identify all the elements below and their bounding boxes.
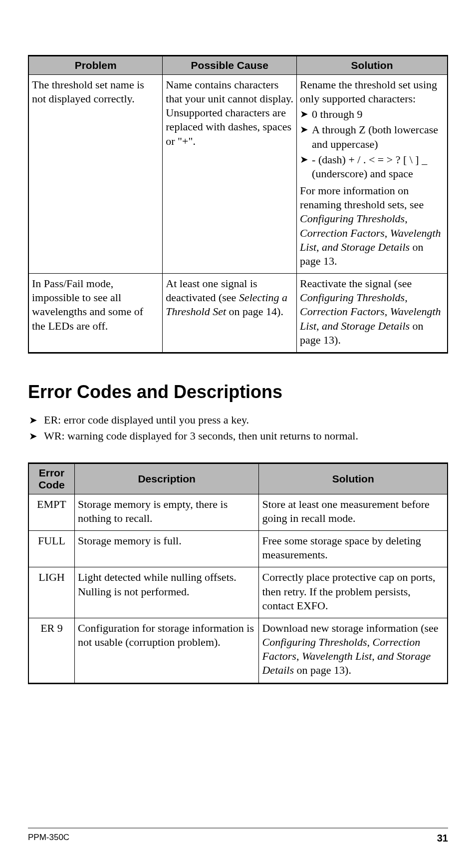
header-description: Description (74, 463, 259, 494)
troubleshooting-table: Problem Possible Cause Solution The thre… (28, 55, 448, 354)
cell-desc: Configuration for storage information is… (74, 618, 259, 683)
bullet-text: 0 through 9 (312, 107, 444, 121)
page-footer: PPM-350C 31 (28, 828, 448, 844)
arrow-icon: ➤ (29, 430, 44, 442)
table-row: LIGH Light detected while nulling offset… (28, 567, 448, 618)
solution-intro: Rename the threshold set using only supp… (300, 78, 444, 106)
cell-code: LIGH (28, 567, 74, 618)
table-row: The threshold set name is not displayed … (28, 75, 448, 274)
bullet-text: - (dash) + / . < = > ? [ \ ] _ (undersco… (312, 153, 444, 181)
arrow-icon: ➤ (300, 153, 312, 166)
cause-post: on page 14). (226, 305, 283, 318)
solution-pre: Reactivate the signal (see (300, 277, 412, 290)
section-title: Error Codes and Descriptions (28, 382, 448, 403)
cell-solution: Store at least one measurement before go… (259, 494, 448, 530)
bullet-item: ➤ ER: error code displayed until you pre… (29, 414, 448, 427)
header-solution: Solution (297, 56, 448, 75)
table-row: In Pass/Fail mode, impossible to see all… (28, 274, 448, 353)
bullet-item: ➤ 0 through 9 (300, 107, 444, 121)
footer-product: PPM-350C (28, 833, 69, 844)
cell-cause: At least one signal is deactivated (see … (163, 274, 297, 353)
cell-problem: In Pass/Fail mode, impossible to see all… (28, 274, 163, 353)
header-error-code: Error Code (28, 463, 74, 494)
bullet-text: ER: error code displayed until you press… (44, 414, 448, 427)
bullet-text: WR: warning code displayed for 3 seconds… (44, 430, 448, 442)
cell-code: FULL (28, 531, 74, 567)
cell-cause: Name contains characters that your unit … (163, 75, 297, 274)
error-codes-table: Error Code Description Solution EMPT Sto… (28, 462, 448, 684)
solution-post: on page 13). (294, 664, 351, 676)
cell-solution: Free some storage space by deleting meas… (259, 531, 448, 567)
table-row: EMPT Storage memory is empty, there is n… (28, 494, 448, 530)
footer-page-number: 31 (437, 833, 448, 844)
arrow-icon: ➤ (29, 414, 44, 427)
cell-desc: Storage memory is empty, there is nothin… (74, 494, 259, 530)
intro-list: ➤ ER: error code displayed until you pre… (29, 414, 448, 442)
footer-rule (28, 828, 448, 829)
table-row: ER 9 Configuration for storage informati… (28, 618, 448, 683)
cell-desc: Light detected while nulling offsets. Nu… (74, 567, 259, 618)
header-cause: Possible Cause (163, 56, 297, 75)
cell-code: ER 9 (28, 618, 74, 683)
outro-pre: For more information on renaming thresho… (300, 184, 424, 211)
table-header-row: Problem Possible Cause Solution (28, 56, 448, 75)
cell-problem: The threshold set name is not displayed … (28, 75, 163, 274)
solution-outro: For more information on renaming thresho… (300, 184, 444, 268)
cell-solution: Rename the threshold set using only supp… (297, 75, 448, 274)
solution-pre: Download new storage information (see (262, 622, 438, 634)
table-header-row: Error Code Description Solution (28, 463, 448, 494)
cell-solution: Correctly place protective cap on ports,… (259, 567, 448, 618)
bullet-item: ➤ - (dash) + / . < = > ? [ \ ] _ (unders… (300, 153, 444, 181)
cell-code: EMPT (28, 494, 74, 530)
cell-solution: Reactivate the signal (see Configuring T… (297, 274, 448, 353)
arrow-icon: ➤ (300, 107, 312, 120)
bullet-text: A through Z (both lowercase and uppercas… (312, 123, 444, 151)
bullet-item: ➤ A through Z (both lowercase and upperc… (300, 123, 444, 151)
bullet-item: ➤ WR: warning code displayed for 3 secon… (29, 430, 448, 442)
cell-solution: Download new storage information (see Co… (259, 618, 448, 683)
table-row: FULL Storage memory is full. Free some s… (28, 531, 448, 567)
cell-desc: Storage memory is full. (74, 531, 259, 567)
header-solution: Solution (259, 463, 448, 494)
arrow-icon: ➤ (300, 123, 312, 136)
header-problem: Problem (28, 56, 163, 75)
